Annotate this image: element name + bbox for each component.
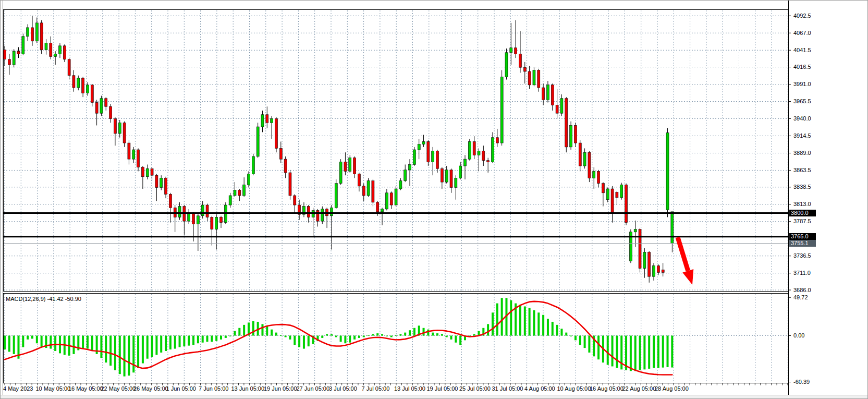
candle-body [63, 46, 66, 59]
candle-body [510, 48, 512, 53]
candle-body [284, 159, 287, 173]
candle-body [54, 54, 57, 56]
macd-histogram-bar [459, 336, 461, 345]
candle-body [72, 76, 75, 88]
price-axis-label: 3736.5 [793, 252, 811, 259]
candle-body [505, 53, 508, 77]
price-axis-label: 3965.5 [793, 98, 811, 104]
main-chart-panel[interactable] [4, 10, 789, 292]
macd-histogram-bar [353, 336, 356, 340]
candle-body [316, 210, 319, 221]
price-axis-label: 3940.0 [793, 115, 811, 122]
macd-histogram-bar [238, 328, 240, 336]
price-axis-label: 3889.0 [793, 150, 811, 156]
time-axis-label: 26 May 05:00 [133, 385, 168, 392]
macd-panel[interactable] [4, 294, 789, 383]
macd-histogram-bar [399, 334, 401, 336]
macd-histogram-bar [612, 336, 614, 367]
time-axis-label: 10 May 05:00 [36, 385, 71, 392]
candle-body [206, 205, 209, 217]
candle-body [376, 202, 379, 212]
macd-histogram-bar [588, 336, 590, 353]
candle-body [192, 213, 195, 224]
candle-body [432, 151, 434, 162]
macd-histogram-bar [294, 336, 296, 345]
macd-histogram-bar [436, 333, 438, 335]
macd-histogram-bar [303, 336, 305, 349]
macd-histogram-bar [584, 336, 586, 348]
macd-axis-label: 49.72 [793, 294, 808, 300]
macd-histogram-bar [653, 336, 655, 368]
candle-body [146, 168, 149, 177]
candle-body [399, 181, 402, 189]
candle-body [671, 212, 674, 244]
candle-body [542, 88, 545, 100]
macd-histogram-bar [607, 336, 609, 365]
price-axis-label: 3711.0 [793, 270, 811, 276]
candle-body [487, 161, 490, 162]
candle-body [666, 133, 669, 210]
candle-body [100, 99, 103, 113]
macd-histogram-bar [142, 336, 144, 364]
candle-body [17, 51, 20, 54]
candle-body [243, 185, 246, 196]
candle-body [482, 151, 485, 161]
chart-canvas[interactable] [1, 1, 868, 399]
candle-body [27, 28, 29, 37]
candle-body [197, 216, 199, 224]
candle-body [570, 125, 572, 147]
candle-body [496, 138, 498, 143]
candle-body [82, 78, 84, 93]
macd-histogram-bar [358, 336, 360, 338]
macd-histogram-bar [229, 336, 231, 336]
macd-histogram-bar [372, 334, 374, 336]
macd-histogram-bar [100, 336, 102, 358]
candle-body [455, 178, 457, 187]
candle-body [537, 70, 540, 88]
macd-histogram-bar [390, 336, 393, 337]
time-axis-label: 1 Jun 05:00 [166, 385, 197, 392]
macd-histogram-bar [542, 315, 544, 336]
candle-body [349, 158, 351, 172]
candle-body [256, 127, 259, 156]
macd-histogram-bar [321, 336, 323, 338]
macd-histogram-bar [192, 336, 194, 345]
price-axis-label: 3787.5 [793, 218, 811, 224]
price-axis-label: 3686.0 [793, 287, 811, 293]
candle-body [634, 229, 637, 232]
macd-histogram-bar [252, 321, 254, 335]
candle-body [220, 217, 223, 222]
macd-histogram-bar [510, 300, 512, 336]
macd-histogram-bar [215, 336, 217, 341]
macd-histogram-bar [376, 333, 378, 335]
candle-body [321, 209, 324, 221]
macd-histogram-bar [552, 322, 554, 336]
macd-histogram-bar [639, 336, 641, 370]
macd-histogram-bar [630, 336, 632, 371]
macd-histogram-bar [556, 325, 558, 336]
macd-histogram-bar [243, 325, 245, 336]
candle-body [215, 217, 218, 229]
macd-histogram-bar [266, 327, 268, 336]
macd-histogram-bar [234, 331, 236, 336]
macd-histogram-bar [446, 336, 448, 337]
macd-histogram-bar [441, 334, 443, 336]
candle-body [128, 143, 130, 159]
macd-histogram-bar [91, 336, 93, 351]
candle-body [409, 164, 411, 170]
time-axis-label: 7 Jun 05:00 [199, 385, 229, 392]
candle-body [95, 102, 98, 113]
candle-body [519, 54, 521, 67]
candle-body [8, 59, 10, 65]
candle-body [551, 85, 554, 105]
macd-histogram-bar [211, 336, 213, 342]
macd-histogram-bar [220, 336, 222, 340]
candle-body [330, 208, 333, 216]
macd-histogram-bar [151, 336, 153, 357]
time-axis-label: 16 May 05:00 [68, 385, 103, 392]
candle-body [132, 150, 135, 159]
macd-histogram-bar [27, 336, 29, 340]
candle-body [247, 174, 250, 185]
macd-histogram-bar [72, 336, 75, 354]
candle-body [358, 174, 360, 186]
